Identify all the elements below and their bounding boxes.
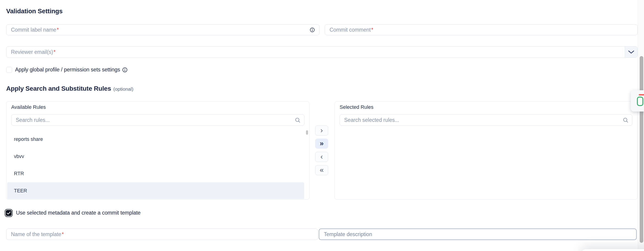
template-name-placeholder: Name of the template [11, 231, 61, 237]
info-icon[interactable] [122, 67, 128, 72]
move-all-right-button[interactable]: » [315, 139, 328, 149]
available-rules-panel: Available Rules Search rules... reports … [6, 101, 310, 200]
search-icon [623, 117, 628, 123]
required-asterisk: * [54, 49, 56, 55]
double-chevron-left-icon: « [320, 166, 324, 173]
page-title: Validation Settings [6, 8, 63, 15]
rules-section-heading-text: Apply Search and Substitute Rules [6, 85, 111, 92]
rule-item[interactable]: vbvv [7, 148, 304, 165]
move-all-left-button[interactable]: « [315, 165, 328, 175]
chevron-right-icon: › [320, 127, 323, 134]
commit-template-row: Use selected metadata and create a commi… [6, 209, 141, 216]
rule-item-highlighted[interactable]: TEER [7, 182, 304, 199]
info-icon[interactable] [310, 28, 315, 32]
widget-green-frame-icon [637, 97, 643, 106]
selected-rules-title: Selected Rules [340, 104, 374, 110]
commit-label-input[interactable]: Commit label name* [6, 24, 320, 35]
rule-item[interactable]: RTR [7, 165, 304, 182]
commit-comment-input[interactable]: Commit comment* [325, 24, 638, 35]
search-icon [295, 117, 300, 123]
commit-comment-placeholder: Commit comment [330, 27, 371, 33]
chevron-down-icon [628, 50, 634, 54]
available-rules-title: Available Rules [11, 104, 46, 110]
commit-template-checkbox[interactable] [6, 210, 12, 216]
rule-item[interactable]: reports share [7, 131, 304, 148]
double-chevron-right-icon: » [320, 140, 324, 147]
move-left-button[interactable]: ‹ [315, 152, 328, 162]
commit-template-label: Use selected metadata and create a commi… [16, 210, 141, 216]
move-right-button[interactable]: › [315, 126, 328, 136]
rules-section-heading: Apply Search and Substitute Rules(option… [6, 85, 133, 92]
commit-label-placeholder: Commit label name [11, 27, 56, 33]
floating-extension-widget[interactable] [631, 90, 644, 112]
selected-rules-search-placeholder: Search selected rules... [344, 117, 399, 123]
reviewer-emails-placeholder: Reviewer email(s) [11, 49, 53, 55]
global-profile-label: Apply global profile / permission sets s… [15, 67, 120, 73]
list-scrollbar-thumb[interactable] [306, 130, 308, 135]
chevron-left-icon: ‹ [320, 153, 323, 160]
available-rules-search-placeholder: Search rules... [16, 117, 50, 123]
available-rules-list: reports share vbvv RTR TEER [6, 131, 309, 199]
global-profile-checkbox[interactable] [6, 67, 12, 73]
required-asterisk: * [371, 27, 373, 33]
required-asterisk: * [62, 231, 64, 237]
validation-settings-page: Validation Settings Commit label name* C… [0, 0, 644, 251]
template-description-placeholder: Template description [324, 231, 372, 237]
template-description-input[interactable]: Template description [319, 228, 637, 240]
selected-rules-panel: Selected Rules Search selected rules... [334, 101, 637, 200]
reviewer-dropdown-button[interactable] [625, 47, 637, 58]
page-scrollbar-thumb[interactable] [640, 56, 643, 243]
reviewer-emails-input[interactable]: Reviewer email(s)* [6, 46, 638, 58]
available-rules-search-input[interactable]: Search rules... [11, 114, 304, 126]
template-name-input[interactable]: Name of the template* [6, 228, 318, 240]
selected-rules-search-input[interactable]: Search selected rules... [340, 114, 632, 126]
bottom-floating-panel[interactable] [582, 249, 644, 251]
global-profile-row: Apply global profile / permission sets s… [6, 67, 128, 73]
rules-section-heading-optional: (optional) [114, 86, 134, 92]
widget-red-dash-icon [639, 94, 644, 96]
check-icon [7, 211, 11, 214]
required-asterisk: * [57, 27, 59, 33]
